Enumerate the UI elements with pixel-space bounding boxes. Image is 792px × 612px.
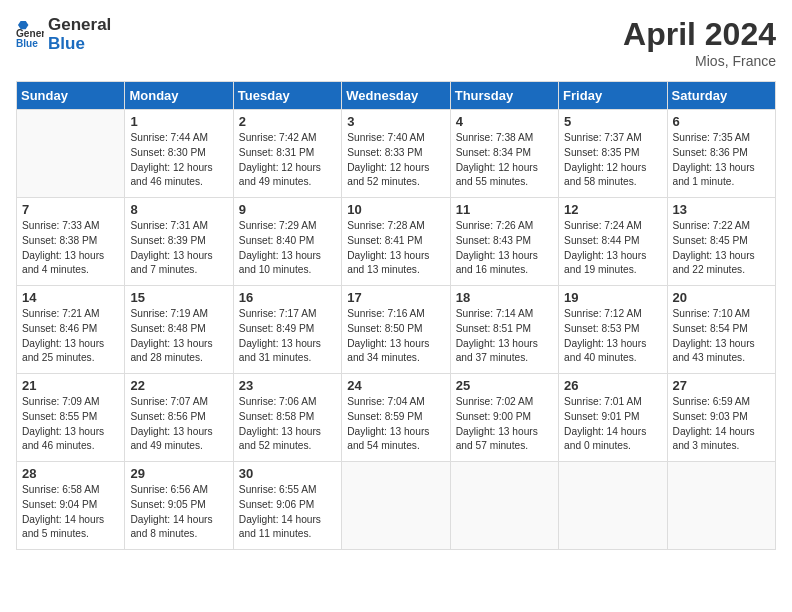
day-info: Sunrise: 7:19 AMSunset: 8:48 PMDaylight:… — [130, 307, 227, 366]
day-number: 7 — [22, 202, 119, 217]
day-info: Sunrise: 7:24 AMSunset: 8:44 PMDaylight:… — [564, 219, 661, 278]
calendar-cell: 27Sunrise: 6:59 AMSunset: 9:03 PMDayligh… — [667, 374, 775, 462]
day-number: 4 — [456, 114, 553, 129]
day-number: 23 — [239, 378, 336, 393]
day-number: 5 — [564, 114, 661, 129]
day-number: 14 — [22, 290, 119, 305]
column-header-sunday: Sunday — [17, 82, 125, 110]
day-info: Sunrise: 7:12 AMSunset: 8:53 PMDaylight:… — [564, 307, 661, 366]
calendar-cell: 15Sunrise: 7:19 AMSunset: 8:48 PMDayligh… — [125, 286, 233, 374]
day-number: 15 — [130, 290, 227, 305]
day-number: 25 — [456, 378, 553, 393]
logo: General Blue General Blue — [16, 16, 111, 53]
calendar-cell: 26Sunrise: 7:01 AMSunset: 9:01 PMDayligh… — [559, 374, 667, 462]
day-number: 1 — [130, 114, 227, 129]
day-info: Sunrise: 7:33 AMSunset: 8:38 PMDaylight:… — [22, 219, 119, 278]
calendar-cell: 21Sunrise: 7:09 AMSunset: 8:55 PMDayligh… — [17, 374, 125, 462]
month-year-title: April 2024 — [623, 16, 776, 53]
day-info: Sunrise: 7:04 AMSunset: 8:59 PMDaylight:… — [347, 395, 444, 454]
day-number: 22 — [130, 378, 227, 393]
calendar-cell: 18Sunrise: 7:14 AMSunset: 8:51 PMDayligh… — [450, 286, 558, 374]
day-number: 6 — [673, 114, 770, 129]
calendar-cell: 9Sunrise: 7:29 AMSunset: 8:40 PMDaylight… — [233, 198, 341, 286]
day-number: 30 — [239, 466, 336, 481]
day-info: Sunrise: 7:28 AMSunset: 8:41 PMDaylight:… — [347, 219, 444, 278]
calendar-cell: 29Sunrise: 6:56 AMSunset: 9:05 PMDayligh… — [125, 462, 233, 550]
day-info: Sunrise: 7:26 AMSunset: 8:43 PMDaylight:… — [456, 219, 553, 278]
page-header: General Blue General Blue April 2024 Mio… — [16, 16, 776, 69]
day-info: Sunrise: 6:55 AMSunset: 9:06 PMDaylight:… — [239, 483, 336, 542]
day-info: Sunrise: 7:31 AMSunset: 8:39 PMDaylight:… — [130, 219, 227, 278]
day-info: Sunrise: 7:06 AMSunset: 8:58 PMDaylight:… — [239, 395, 336, 454]
title-block: April 2024 Mios, France — [623, 16, 776, 69]
day-number: 2 — [239, 114, 336, 129]
column-header-thursday: Thursday — [450, 82, 558, 110]
week-row-2: 7Sunrise: 7:33 AMSunset: 8:38 PMDaylight… — [17, 198, 776, 286]
calendar-cell: 7Sunrise: 7:33 AMSunset: 8:38 PMDaylight… — [17, 198, 125, 286]
day-info: Sunrise: 7:16 AMSunset: 8:50 PMDaylight:… — [347, 307, 444, 366]
day-number: 17 — [347, 290, 444, 305]
generalblue-logo-icon: General Blue — [16, 21, 44, 49]
calendar-cell: 17Sunrise: 7:16 AMSunset: 8:50 PMDayligh… — [342, 286, 450, 374]
calendar-cell: 28Sunrise: 6:58 AMSunset: 9:04 PMDayligh… — [17, 462, 125, 550]
day-number: 27 — [673, 378, 770, 393]
week-row-3: 14Sunrise: 7:21 AMSunset: 8:46 PMDayligh… — [17, 286, 776, 374]
day-info: Sunrise: 7:22 AMSunset: 8:45 PMDaylight:… — [673, 219, 770, 278]
calendar-cell: 22Sunrise: 7:07 AMSunset: 8:56 PMDayligh… — [125, 374, 233, 462]
week-row-4: 21Sunrise: 7:09 AMSunset: 8:55 PMDayligh… — [17, 374, 776, 462]
day-info: Sunrise: 7:29 AMSunset: 8:40 PMDaylight:… — [239, 219, 336, 278]
day-number: 12 — [564, 202, 661, 217]
svg-text:Blue: Blue — [16, 38, 38, 49]
svg-text:General: General — [16, 27, 44, 38]
calendar-cell: 16Sunrise: 7:17 AMSunset: 8:49 PMDayligh… — [233, 286, 341, 374]
calendar-cell: 8Sunrise: 7:31 AMSunset: 8:39 PMDaylight… — [125, 198, 233, 286]
calendar-cell: 12Sunrise: 7:24 AMSunset: 8:44 PMDayligh… — [559, 198, 667, 286]
day-info: Sunrise: 7:02 AMSunset: 9:00 PMDaylight:… — [456, 395, 553, 454]
day-number: 20 — [673, 290, 770, 305]
calendar-cell: 14Sunrise: 7:21 AMSunset: 8:46 PMDayligh… — [17, 286, 125, 374]
day-info: Sunrise: 6:58 AMSunset: 9:04 PMDaylight:… — [22, 483, 119, 542]
day-info: Sunrise: 7:37 AMSunset: 8:35 PMDaylight:… — [564, 131, 661, 190]
week-row-5: 28Sunrise: 6:58 AMSunset: 9:04 PMDayligh… — [17, 462, 776, 550]
calendar-cell: 1Sunrise: 7:44 AMSunset: 8:30 PMDaylight… — [125, 110, 233, 198]
day-number: 24 — [347, 378, 444, 393]
day-number: 18 — [456, 290, 553, 305]
calendar-cell — [342, 462, 450, 550]
calendar-cell: 11Sunrise: 7:26 AMSunset: 8:43 PMDayligh… — [450, 198, 558, 286]
day-info: Sunrise: 6:59 AMSunset: 9:03 PMDaylight:… — [673, 395, 770, 454]
logo-blue-text: Blue — [48, 35, 111, 54]
calendar-table: SundayMondayTuesdayWednesdayThursdayFrid… — [16, 81, 776, 550]
location-subtitle: Mios, France — [623, 53, 776, 69]
day-info: Sunrise: 7:42 AMSunset: 8:31 PMDaylight:… — [239, 131, 336, 190]
day-info: Sunrise: 7:44 AMSunset: 8:30 PMDaylight:… — [130, 131, 227, 190]
day-number: 16 — [239, 290, 336, 305]
day-info: Sunrise: 7:17 AMSunset: 8:49 PMDaylight:… — [239, 307, 336, 366]
header-row: SundayMondayTuesdayWednesdayThursdayFrid… — [17, 82, 776, 110]
day-number: 10 — [347, 202, 444, 217]
calendar-cell: 4Sunrise: 7:38 AMSunset: 8:34 PMDaylight… — [450, 110, 558, 198]
day-info: Sunrise: 7:35 AMSunset: 8:36 PMDaylight:… — [673, 131, 770, 190]
day-info: Sunrise: 7:14 AMSunset: 8:51 PMDaylight:… — [456, 307, 553, 366]
calendar-cell — [559, 462, 667, 550]
calendar-cell: 30Sunrise: 6:55 AMSunset: 9:06 PMDayligh… — [233, 462, 341, 550]
calendar-cell: 19Sunrise: 7:12 AMSunset: 8:53 PMDayligh… — [559, 286, 667, 374]
day-number: 29 — [130, 466, 227, 481]
day-number: 19 — [564, 290, 661, 305]
day-info: Sunrise: 7:07 AMSunset: 8:56 PMDaylight:… — [130, 395, 227, 454]
day-info: Sunrise: 7:40 AMSunset: 8:33 PMDaylight:… — [347, 131, 444, 190]
column-header-saturday: Saturday — [667, 82, 775, 110]
calendar-cell: 6Sunrise: 7:35 AMSunset: 8:36 PMDaylight… — [667, 110, 775, 198]
day-info: Sunrise: 7:38 AMSunset: 8:34 PMDaylight:… — [456, 131, 553, 190]
day-number: 3 — [347, 114, 444, 129]
logo-general-text: General — [48, 16, 111, 35]
week-row-1: 1Sunrise: 7:44 AMSunset: 8:30 PMDaylight… — [17, 110, 776, 198]
column-header-tuesday: Tuesday — [233, 82, 341, 110]
column-header-wednesday: Wednesday — [342, 82, 450, 110]
day-number: 26 — [564, 378, 661, 393]
day-info: Sunrise: 7:09 AMSunset: 8:55 PMDaylight:… — [22, 395, 119, 454]
day-number: 21 — [22, 378, 119, 393]
calendar-cell: 23Sunrise: 7:06 AMSunset: 8:58 PMDayligh… — [233, 374, 341, 462]
calendar-cell: 20Sunrise: 7:10 AMSunset: 8:54 PMDayligh… — [667, 286, 775, 374]
day-number: 28 — [22, 466, 119, 481]
calendar-cell: 24Sunrise: 7:04 AMSunset: 8:59 PMDayligh… — [342, 374, 450, 462]
